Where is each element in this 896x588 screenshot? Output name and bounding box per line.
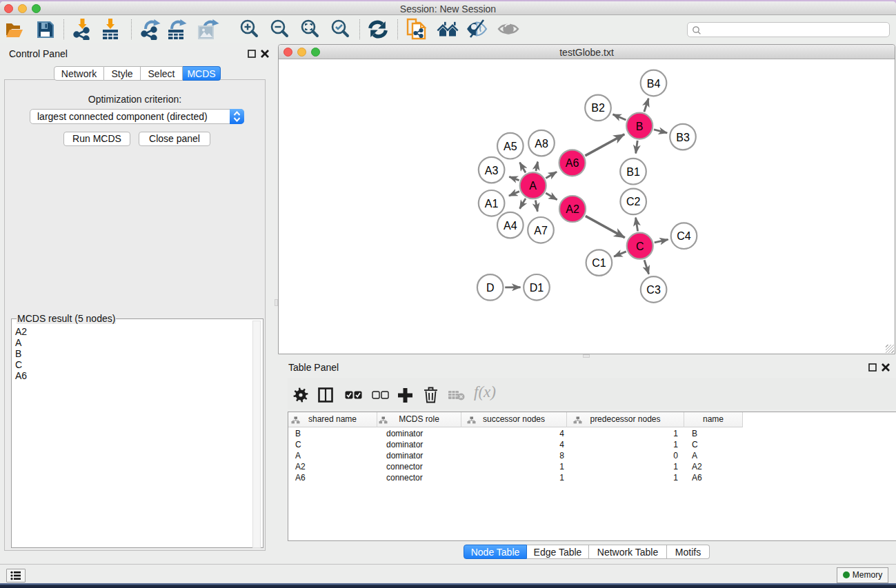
svg-text:A7: A7 bbox=[534, 225, 548, 236]
svg-text:C2: C2 bbox=[626, 196, 641, 207]
svg-text:D1: D1 bbox=[530, 282, 544, 294]
svg-text:A1: A1 bbox=[485, 198, 499, 210]
svg-text:B3: B3 bbox=[676, 132, 690, 143]
svg-text:A5: A5 bbox=[504, 141, 517, 152]
svg-text:B1: B1 bbox=[626, 166, 640, 178]
svg-text:B2: B2 bbox=[591, 102, 605, 114]
svg-text:C: C bbox=[636, 241, 644, 252]
svg-text:B: B bbox=[636, 121, 644, 132]
svg-text:B4: B4 bbox=[647, 78, 661, 90]
svg-text:A: A bbox=[529, 180, 537, 192]
svg-text:D: D bbox=[486, 282, 495, 294]
svg-text:A8: A8 bbox=[535, 138, 548, 150]
svg-text:A4: A4 bbox=[504, 220, 517, 232]
svg-text:C3: C3 bbox=[646, 284, 661, 296]
svg-text:A6: A6 bbox=[566, 157, 579, 169]
svg-text:A2: A2 bbox=[566, 203, 579, 215]
svg-text:C4: C4 bbox=[677, 230, 691, 242]
svg-text:C1: C1 bbox=[592, 257, 606, 269]
svg-text:A3: A3 bbox=[485, 165, 499, 176]
